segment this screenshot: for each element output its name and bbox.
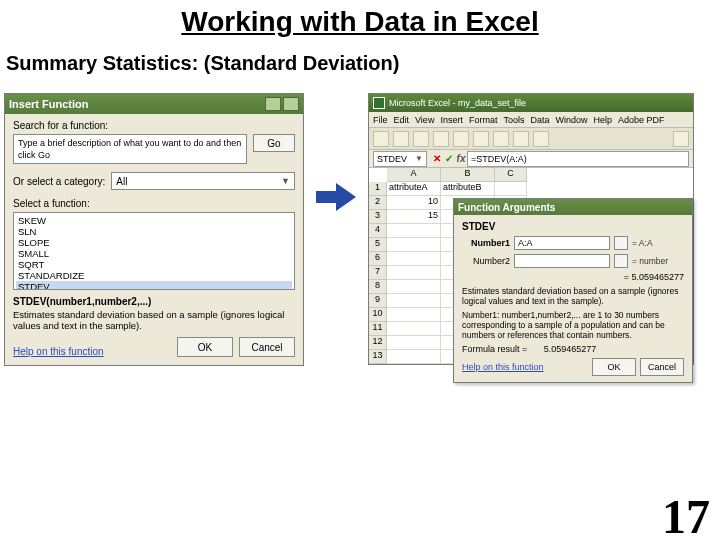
column-header[interactable]: B — [441, 168, 495, 182]
zoom-icon[interactable] — [673, 131, 689, 147]
row-header[interactable]: 1 — [369, 182, 387, 196]
help-icon[interactable] — [265, 97, 281, 111]
excel-logo-icon — [373, 97, 385, 109]
paste-icon[interactable] — [493, 131, 509, 147]
row-header[interactable]: 10 — [369, 308, 387, 322]
cut-icon[interactable] — [453, 131, 469, 147]
excel-title-text: Microsoft Excel - my_data_set_file — [389, 98, 526, 108]
function-description: Estimates standard deviation based on a … — [13, 309, 295, 331]
fa-help-link[interactable]: Help on this function — [462, 362, 544, 372]
argument-row: Number2= number — [462, 254, 684, 268]
undo-icon[interactable] — [513, 131, 529, 147]
row-header[interactable]: 3 — [369, 210, 387, 224]
cell[interactable] — [387, 350, 441, 364]
redo-icon[interactable] — [533, 131, 549, 147]
menu-item[interactable]: Format — [469, 115, 498, 125]
cell[interactable] — [387, 308, 441, 322]
excel-window: Microsoft Excel - my_data_set_file FileE… — [368, 93, 694, 365]
argument-result: = number — [632, 256, 684, 266]
worksheet[interactable]: ABC 12345678910111213 attributeAattribut… — [369, 168, 693, 364]
menu-item[interactable]: File — [373, 115, 388, 125]
go-button[interactable]: Go — [253, 134, 295, 152]
cell[interactable]: attributeB — [441, 182, 495, 196]
range-select-icon[interactable] — [614, 254, 628, 268]
excel-titlebar: Microsoft Excel - my_data_set_file — [369, 94, 693, 112]
function-option[interactable]: SLN — [16, 226, 292, 237]
cell[interactable] — [387, 336, 441, 350]
standard-toolbar[interactable] — [369, 128, 693, 150]
row-header[interactable]: 9 — [369, 294, 387, 308]
row-header[interactable]: 8 — [369, 280, 387, 294]
row-header[interactable]: 7 — [369, 266, 387, 280]
copy-icon[interactable] — [473, 131, 489, 147]
insert-function-title-text: Insert Function — [9, 98, 88, 110]
search-input[interactable]: Type a brief description of what you wan… — [13, 134, 247, 164]
function-arguments-titlebar: Function Arguments — [454, 199, 692, 215]
menu-item[interactable]: Window — [555, 115, 587, 125]
row-header[interactable]: 13 — [369, 350, 387, 364]
chevron-down-icon: ▼ — [281, 176, 290, 186]
cell[interactable] — [387, 280, 441, 294]
menu-item[interactable]: Insert — [440, 115, 463, 125]
close-icon[interactable] — [283, 97, 299, 111]
function-option[interactable]: SQRT — [16, 259, 292, 270]
cell[interactable] — [387, 294, 441, 308]
row-header[interactable]: 5 — [369, 238, 387, 252]
function-list[interactable]: SKEWSLNSLOPESMALLSQRTSTANDARDIZESTDEV — [13, 212, 295, 290]
menu-item[interactable]: View — [415, 115, 434, 125]
column-header[interactable]: C — [495, 168, 527, 182]
argument-input[interactable] — [514, 254, 610, 268]
cell[interactable]: 10 — [387, 196, 441, 210]
name-box[interactable]: STDEV▼ — [373, 151, 427, 167]
menu-bar[interactable]: FileEditViewInsertFormatToolsDataWindowH… — [369, 112, 693, 128]
cell[interactable] — [387, 322, 441, 336]
argument-label: Number2 — [462, 256, 510, 266]
function-signature: STDEV(number1,number2,...) — [13, 296, 295, 307]
function-option[interactable]: SMALL — [16, 248, 292, 259]
cell[interactable]: 15 — [387, 210, 441, 224]
function-option[interactable]: STANDARDIZE — [16, 270, 292, 281]
function-option[interactable]: SKEW — [16, 215, 292, 226]
formula-input[interactable]: =STDEV(A:A) — [467, 151, 689, 167]
cell[interactable]: attributeA — [387, 182, 441, 196]
category-select[interactable]: All ▼ — [111, 172, 295, 190]
fx-icon[interactable]: fx — [455, 152, 467, 166]
row-header[interactable]: 2 — [369, 196, 387, 210]
open-icon[interactable] — [393, 131, 409, 147]
menu-item[interactable]: Adobe PDF — [618, 115, 665, 125]
cell[interactable] — [387, 238, 441, 252]
function-option[interactable]: SLOPE — [16, 237, 292, 248]
argument-input[interactable]: A:A — [514, 236, 610, 250]
category-value: All — [116, 176, 127, 187]
cell[interactable] — [387, 224, 441, 238]
fa-cancel-button[interactable]: Cancel — [640, 358, 684, 376]
print-icon[interactable] — [433, 131, 449, 147]
menu-item[interactable]: Edit — [394, 115, 410, 125]
cancel-formula-icon[interactable]: ✕ — [431, 152, 443, 166]
argument-row: Number1A:A= A:A — [462, 236, 684, 250]
ok-button[interactable]: OK — [177, 337, 233, 357]
save-icon[interactable] — [413, 131, 429, 147]
column-header[interactable]: A — [387, 168, 441, 182]
new-icon[interactable] — [373, 131, 389, 147]
enter-formula-icon[interactable]: ✓ — [443, 152, 455, 166]
argument-label: Number1 — [462, 238, 510, 248]
range-select-icon[interactable] — [614, 236, 628, 250]
argument-result: = A:A — [632, 238, 684, 248]
cell[interactable] — [495, 182, 527, 196]
row-header[interactable]: 4 — [369, 224, 387, 238]
slide-title: Working with Data in Excel — [0, 6, 720, 38]
row-header[interactable]: 11 — [369, 322, 387, 336]
fa-ok-button[interactable]: OK — [592, 358, 636, 376]
cell[interactable] — [387, 266, 441, 280]
help-link[interactable]: Help on this function — [13, 346, 104, 357]
row-header[interactable]: 12 — [369, 336, 387, 350]
cancel-button[interactable]: Cancel — [239, 337, 295, 357]
menu-item[interactable]: Data — [530, 115, 549, 125]
function-option[interactable]: STDEV — [16, 281, 292, 290]
row-header[interactable]: 6 — [369, 252, 387, 266]
fa-arg-help: Number1: number1,number2,... are 1 to 30… — [462, 310, 684, 340]
menu-item[interactable]: Tools — [503, 115, 524, 125]
menu-item[interactable]: Help — [593, 115, 612, 125]
cell[interactable] — [387, 252, 441, 266]
